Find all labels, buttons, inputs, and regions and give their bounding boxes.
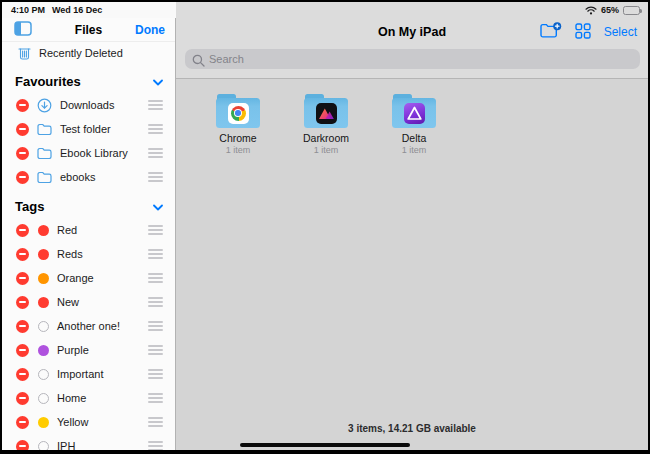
sidebar-item-label: Test folder bbox=[60, 123, 111, 135]
drag-handle[interactable] bbox=[148, 393, 163, 402]
drag-handle[interactable] bbox=[148, 148, 163, 157]
sidebar-tag-another-one[interactable]: Another one! bbox=[2, 314, 175, 338]
folder-icon bbox=[36, 123, 52, 135]
search-input[interactable] bbox=[185, 49, 640, 69]
trash-icon bbox=[16, 46, 32, 60]
chrome-app-icon bbox=[228, 103, 249, 124]
sidebar-item-label: Ebook Library bbox=[60, 147, 128, 159]
drag-handle[interactable] bbox=[148, 249, 163, 258]
drag-handle[interactable] bbox=[148, 225, 163, 234]
tag-label: IPH bbox=[57, 440, 75, 450]
chevron-down-icon bbox=[153, 74, 163, 89]
main-header: On My iPad bbox=[176, 18, 648, 79]
sidebar-tag-home[interactable]: Home bbox=[2, 386, 175, 410]
sidebar-item-label: Recently Deleted bbox=[39, 47, 123, 59]
drag-handle[interactable] bbox=[148, 321, 163, 330]
remove-icon[interactable] bbox=[16, 440, 29, 451]
new-folder-badge-icon bbox=[540, 22, 562, 42]
sidebar-item-recently-deleted[interactable]: Recently Deleted bbox=[2, 42, 175, 64]
drag-handle[interactable] bbox=[148, 417, 163, 426]
drag-handle[interactable] bbox=[148, 297, 163, 306]
status-bar-right: 65% bbox=[176, 2, 648, 18]
sidebar-header: Files Done bbox=[2, 18, 175, 42]
remove-icon[interactable] bbox=[16, 320, 29, 333]
drag-handle[interactable] bbox=[148, 369, 163, 378]
battery-percent: 65% bbox=[601, 5, 619, 15]
folder-name: Delta bbox=[402, 132, 427, 144]
sidebar-item-ebook-library[interactable]: Ebook Library bbox=[2, 141, 175, 165]
drag-handle[interactable] bbox=[148, 172, 163, 181]
drag-handle[interactable] bbox=[148, 273, 163, 282]
remove-icon[interactable] bbox=[16, 147, 29, 160]
tag-label: Orange bbox=[57, 272, 94, 284]
remove-icon[interactable] bbox=[16, 392, 29, 405]
search-icon bbox=[192, 53, 205, 71]
tags-title: Tags bbox=[15, 199, 44, 214]
folder-item-chrome[interactable]: Chrome 1 item bbox=[198, 93, 278, 155]
sidebar-item-ebooks[interactable]: ebooks bbox=[2, 165, 175, 189]
toolbar: Select bbox=[540, 22, 648, 42]
folder-item-darkroom[interactable]: Darkroom 1 item bbox=[286, 93, 366, 155]
select-button[interactable]: Select bbox=[604, 25, 637, 39]
sidebar-item-downloads[interactable]: Downloads bbox=[2, 93, 175, 117]
darkroom-app-icon bbox=[316, 103, 337, 124]
remove-icon[interactable] bbox=[16, 224, 29, 237]
remove-icon[interactable] bbox=[16, 296, 29, 309]
sidebar-toggle-button[interactable] bbox=[14, 21, 32, 39]
tag-label: Reds bbox=[57, 248, 83, 260]
sidebar-tag-important[interactable]: Important bbox=[2, 362, 175, 386]
remove-icon[interactable] bbox=[16, 272, 29, 285]
sidebar-tag-red[interactable]: Red bbox=[2, 218, 175, 242]
remove-icon[interactable] bbox=[16, 344, 29, 357]
tag-color-dot bbox=[38, 393, 49, 404]
remove-icon[interactable] bbox=[16, 416, 29, 429]
sidebar-tag-purple[interactable]: Purple bbox=[2, 338, 175, 362]
folder-item-count: 1 item bbox=[226, 145, 251, 155]
remove-icon[interactable] bbox=[16, 368, 29, 381]
drag-handle[interactable] bbox=[148, 124, 163, 133]
sidebar-tag-new[interactable]: New bbox=[2, 290, 175, 314]
sidebar-toggle-icon bbox=[14, 21, 32, 39]
sidebar-item-label: ebooks bbox=[60, 171, 95, 183]
sidebar-tag-orange[interactable]: Orange bbox=[2, 266, 175, 290]
folder-name: Chrome bbox=[219, 132, 256, 144]
download-circle-icon bbox=[36, 98, 52, 113]
tag-color-dot bbox=[38, 441, 49, 451]
clock: 4:10 PM bbox=[11, 5, 45, 15]
remove-icon[interactable] bbox=[16, 99, 29, 112]
drag-handle[interactable] bbox=[148, 345, 163, 354]
sidebar-item-label: Downloads bbox=[60, 99, 114, 111]
sidebar-tag-reds[interactable]: Reds bbox=[2, 242, 175, 266]
app-body: Files Done Recently Deleted Favourites bbox=[2, 18, 648, 450]
tag-color-dot bbox=[38, 369, 49, 380]
battery-icon bbox=[623, 6, 640, 15]
done-button[interactable]: Done bbox=[135, 23, 165, 37]
remove-icon[interactable] bbox=[16, 248, 29, 261]
sidebar-tag-iph[interactable]: IPH bbox=[2, 434, 175, 450]
tag-label: Purple bbox=[57, 344, 89, 356]
remove-icon[interactable] bbox=[16, 123, 29, 136]
tag-label: Red bbox=[57, 224, 77, 236]
folder-item-delta[interactable]: Delta 1 item bbox=[374, 93, 454, 155]
sidebar-tag-yellow[interactable]: Yellow bbox=[2, 410, 175, 434]
sidebar-list: Recently Deleted Favourites bbox=[2, 42, 175, 450]
wifi-icon bbox=[585, 6, 597, 15]
drag-handle[interactable] bbox=[148, 441, 163, 450]
tag-label: Home bbox=[57, 392, 86, 404]
items-status-text: 3 items, 14.21 GB available bbox=[176, 423, 648, 434]
folder-grid: Chrome 1 item bbox=[176, 79, 648, 155]
tags-collapse-button[interactable] bbox=[153, 199, 163, 214]
drag-handle[interactable] bbox=[148, 100, 163, 109]
tags-section-header: Tags bbox=[2, 194, 175, 218]
folder-content-area: Chrome 1 item bbox=[176, 79, 648, 450]
sidebar-item-test-folder[interactable]: Test folder bbox=[2, 117, 175, 141]
new-folder-button[interactable] bbox=[540, 22, 562, 42]
tag-color-dot bbox=[38, 273, 49, 284]
folder-item-count: 1 item bbox=[402, 145, 427, 155]
home-indicator[interactable] bbox=[240, 443, 410, 447]
folder-item-count: 1 item bbox=[314, 145, 339, 155]
grid-view-icon bbox=[575, 23, 591, 42]
favourites-collapse-button[interactable] bbox=[153, 74, 163, 89]
remove-icon[interactable] bbox=[16, 171, 29, 184]
view-options-button[interactable] bbox=[575, 23, 591, 42]
